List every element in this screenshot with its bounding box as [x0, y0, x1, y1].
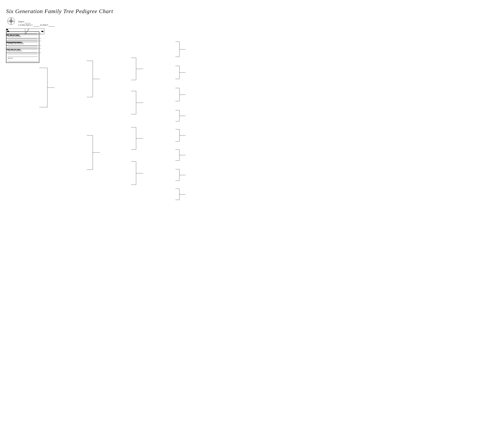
- svg-point-7: [11, 21, 12, 22]
- persons-62-63: 62 63: [6, 29, 44, 34]
- chart-logo: [6, 16, 16, 27]
- pedigree-chart: 1 Birth date and place Marriage date and…: [6, 29, 234, 220]
- svg-line-91: [25, 29, 29, 35]
- chart-info: Chart # 1 on this chart is = on chart #: [18, 20, 55, 27]
- page-title: Six Generation Family Tree Pedigree Char…: [6, 8, 236, 14]
